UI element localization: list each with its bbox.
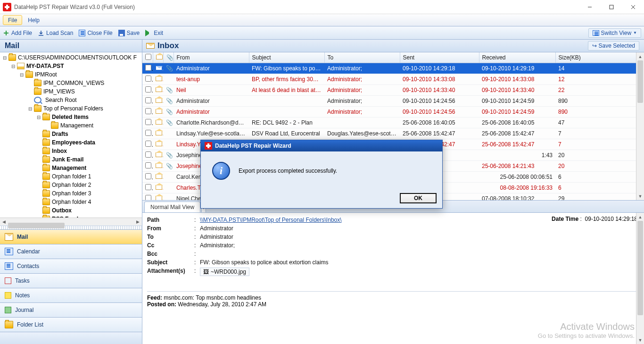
nav-tasks[interactable]: Tasks <box>0 273 142 288</box>
tree-employees[interactable]: Employees-data <box>51 139 95 146</box>
switch-view-button[interactable]: Switch View▼ <box>588 28 641 38</box>
nav-folder-list[interactable]: Folder List <box>0 317 142 332</box>
table-row[interactable]: 📎NeilAt least 6 dead in blast at Ch...Ad… <box>142 85 644 96</box>
nav-contacts[interactable]: Contacts <box>0 259 142 273</box>
tree-rss[interactable]: RSS Feeds <box>51 216 82 218</box>
nav-calendar[interactable]: Calendar <box>0 244 142 259</box>
add-file-button[interactable]: Add File <box>3 30 32 36</box>
row-checkbox[interactable] <box>145 65 151 71</box>
row-checkbox[interactable] <box>145 173 151 179</box>
row-checkbox[interactable] <box>145 195 151 201</box>
tree-orphan2[interactable]: Orphan folder 2 <box>51 182 91 188</box>
tree-mgmt1[interactable]: Management <box>59 122 93 129</box>
toolbar: Add File Load Scan Close File Save Exit … <box>0 26 644 40</box>
tree-drafts[interactable]: Drafts <box>51 131 68 137</box>
row-checkbox[interactable] <box>145 119 151 125</box>
row-checkbox[interactable] <box>145 130 151 136</box>
grid-vscrollbar[interactable]: ▲▼ <box>636 52 644 200</box>
tree-toggle[interactable]: ⊟ <box>36 115 41 120</box>
col-size[interactable]: Size(KB) <box>555 52 644 63</box>
col-to[interactable]: To <box>324 52 400 63</box>
tree-ipmroot[interactable]: IPMRoot <box>34 71 57 78</box>
save-button[interactable]: Save <box>118 30 140 36</box>
scroll-thumb[interactable] <box>8 223 65 228</box>
tree-junk[interactable]: Junk E-mail <box>51 156 83 163</box>
nav-mail[interactable]: Mail <box>0 229 142 244</box>
tree-pst-label[interactable]: MY-DATA.PST <box>25 63 64 69</box>
scroll-up-icon[interactable]: ▲ <box>636 213 644 221</box>
cell-size: 47 <box>555 117 644 128</box>
tab-normal-mail-view[interactable]: Normal Mail View <box>144 201 200 212</box>
scroll-down-icon[interactable]: ▼ <box>636 192 644 200</box>
tree-search[interactable]: Search Root <box>42 97 77 103</box>
details-vscrollbar[interactable]: ▲▼ <box>636 213 644 344</box>
tree-deleted[interactable]: Deleted Items <box>51 114 89 120</box>
ok-button[interactable]: OK <box>400 193 437 203</box>
row-checkbox[interactable] <box>145 108 151 114</box>
nav-overflow[interactable] <box>0 332 142 344</box>
table-row[interactable]: 📎AdministratorAdministrator;09-10-2010 1… <box>142 107 644 117</box>
col-from[interactable]: From <box>173 52 249 63</box>
tree-top[interactable]: Top of Personal Folders <box>42 105 103 112</box>
folder-tree[interactable]: ⊟C:\USERS\ADMIN\DOCUMENTS\OUTLOOK F ⊟MY-… <box>0 52 142 218</box>
scroll-thumb[interactable] <box>637 60 643 103</box>
row-checkbox[interactable] <box>145 141 151 147</box>
row-checkbox[interactable] <box>145 97 151 103</box>
tree-outbox[interactable]: Outbox <box>51 207 72 214</box>
attachment-icon: 📎 <box>163 161 173 172</box>
attachment-icon <box>163 193 173 201</box>
close-button[interactable] <box>622 0 644 14</box>
tree-toggle[interactable]: ⊟ <box>2 55 8 60</box>
tree-common[interactable]: IPM_COMMON_VIEWS <box>42 80 104 86</box>
menu-help[interactable]: Help <box>23 14 44 26</box>
tree-root-label[interactable]: C:\USERS\ADMIN\DOCUMENTS\OUTLOOK F <box>17 54 137 61</box>
cell-subject <box>249 96 324 107</box>
col-sent[interactable]: Sent <box>400 52 479 63</box>
table-row[interactable]: Lindsay.Yule@ese-scotland.c...DSV Road L… <box>142 128 644 139</box>
tree-hscrollbar[interactable]: ◀ ▶ <box>0 218 142 226</box>
table-row[interactable]: 📎Charlotte.Richardson@dexio...RE: DCL 94… <box>142 117 644 128</box>
load-scan-button[interactable]: Load Scan <box>38 30 73 36</box>
tree-views[interactable]: IPM_VIEWS <box>42 88 75 95</box>
col-checkbox[interactable] <box>142 52 153 63</box>
title-bar: DataHelp PST Repair Wizard v3.0 (Full Ve… <box>0 0 644 14</box>
row-checkbox[interactable] <box>145 76 151 82</box>
table-row[interactable]: test-anupBP, other firms facing 300 la..… <box>142 74 644 85</box>
tree-orphan4[interactable]: Orphan folder 4 <box>51 199 91 205</box>
row-checkbox[interactable] <box>145 162 151 168</box>
tree-toggle[interactable]: ⊟ <box>19 72 25 77</box>
scroll-right-icon[interactable]: ▶ <box>134 218 142 226</box>
col-subject[interactable]: Subject <box>249 52 324 63</box>
scroll-left-icon[interactable]: ◀ <box>0 218 8 226</box>
col-read-icon[interactable] <box>153 52 163 63</box>
calendar-icon <box>5 248 13 255</box>
maximize-button[interactable] <box>601 0 622 14</box>
nav-notes[interactable]: Notes <box>0 288 142 302</box>
col-attachment-icon[interactable]: 📎 <box>163 52 173 63</box>
row-checkbox[interactable] <box>145 184 151 190</box>
menu-file[interactable]: File <box>3 15 22 25</box>
table-row[interactable]: 📎AdministratorAdministrator;09-10-2010 1… <box>142 96 644 107</box>
dialog-title-bar[interactable]: DataHelp PST Repair Wizard <box>201 140 442 151</box>
attachment-icon <box>163 139 173 150</box>
tree-toggle[interactable]: ⊟ <box>10 64 16 69</box>
scroll-thumb[interactable] <box>637 221 643 315</box>
select-all-checkbox[interactable] <box>145 54 151 60</box>
tree-orphan1[interactable]: Orphan folder 1 <box>51 173 91 180</box>
tree-orphan3[interactable]: Orphan folder 3 <box>51 190 91 197</box>
scroll-up-icon[interactable]: ▲ <box>636 52 644 60</box>
row-checkbox[interactable] <box>145 86 151 92</box>
minimize-button[interactable] <box>579 0 601 14</box>
save-selected-button[interactable]: ↪Save Selected <box>588 41 639 50</box>
table-row[interactable]: 📎AdministratorFW: Gibson speaks to polic… <box>142 63 644 74</box>
tree-mgmt2[interactable]: Management <box>51 165 86 171</box>
close-file-button[interactable]: Close File <box>79 30 112 36</box>
col-received[interactable]: Received <box>479 52 555 63</box>
scroll-down-icon[interactable]: ▼ <box>636 336 644 344</box>
attachment-chip[interactable]: 🖼~WRD000.jpg <box>200 268 249 276</box>
nav-journal[interactable]: Journal <box>0 302 142 317</box>
exit-button[interactable]: Exit <box>145 30 163 36</box>
tree-inbox[interactable]: Inbox <box>51 148 67 154</box>
row-checkbox[interactable] <box>145 151 151 158</box>
tree-toggle[interactable]: ⊟ <box>27 106 33 111</box>
